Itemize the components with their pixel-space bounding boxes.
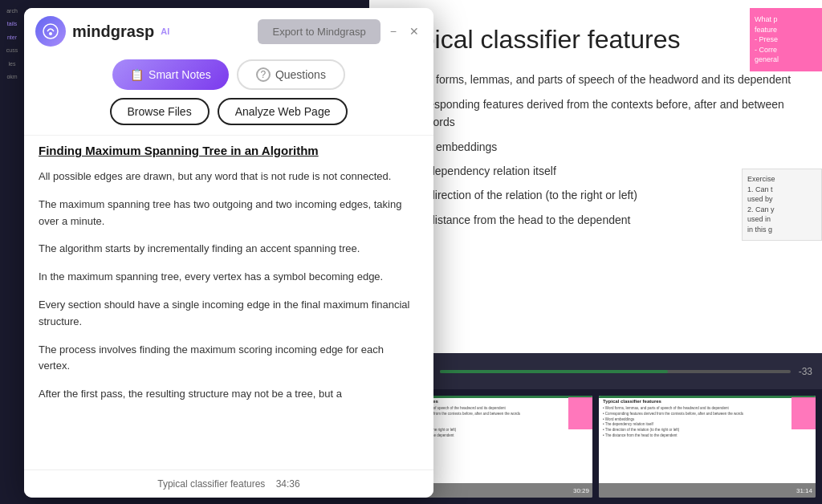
exercise-text: Exercise1. Can tused by2. Can yused inin… <box>747 174 816 235</box>
thumbnail-strip: Typical classifier features • Word forms… <box>369 389 822 504</box>
thumb-title-2: Typical classifier features <box>603 399 812 404</box>
ai-label: AI <box>161 26 169 36</box>
pink-note-text: What pfeature- Prese- Corregeneral <box>755 14 817 65</box>
para-5: The process involves finding the maximum… <box>39 342 417 376</box>
thumb-content-2: Typical classifier features • Word forms… <box>599 396 816 482</box>
para-2: The algorithm starts by incrementally fi… <box>39 241 417 258</box>
bullet-3: Word embeddings <box>393 138 798 156</box>
thumb-green-bar-2 <box>599 396 816 398</box>
para-0: All possible edges are drawn, but any wo… <box>39 169 417 185</box>
browse-files-button[interactable]: Browse Files <box>110 98 210 125</box>
export-button[interactable]: Export to Mindgrasp <box>258 19 380 44</box>
sidebar-item-nter[interactable]: nter <box>3 35 21 41</box>
mindgrasp-panel: mindgraspAI Export to Mindgrasp − ✕ 📋 Sm… <box>24 8 433 498</box>
bullet-4: The dependency relation itself <box>393 162 798 180</box>
panel-footer: Typical classifier features 34:36 <box>24 469 433 498</box>
para-4: Every section should have a single incom… <box>39 297 417 331</box>
para-1: The maximum spanning tree has two outgoi… <box>39 197 417 230</box>
tab-smart-notes[interactable]: 📋 Smart Notes <box>112 59 229 90</box>
video-player-controls[interactable]: ⏩ 32:19 -33 <box>369 353 822 389</box>
para-6: After the first pass, the resulting stru… <box>39 386 417 403</box>
smart-notes-icon: 📋 <box>130 68 144 81</box>
tab-row: 📋 Smart Notes ? Questions <box>24 55 433 98</box>
tab-questions[interactable]: ? Questions <box>237 59 345 90</box>
analyze-web-button[interactable]: Analyze Web Page <box>218 98 348 125</box>
action-row: Browse Files Analyze Web Page <box>24 98 433 135</box>
sidebar-item-tails[interactable]: tails <box>3 21 21 27</box>
thumb-bullets-2: • Word forms, lemmas, and parts of speec… <box>603 406 812 439</box>
thumb-time-2: 31:14 <box>599 483 816 498</box>
app-name: mindgrasp <box>72 22 154 41</box>
exercise-box: Exercise1. Can tused by2. Can yused inin… <box>742 169 822 241</box>
svg-point-0 <box>43 24 58 39</box>
minimize-button[interactable]: − <box>387 23 400 39</box>
left-sidebar: arch tails nter cuss les okm <box>0 0 24 504</box>
remaining-time: -33 <box>799 366 812 377</box>
close-button[interactable]: ✕ <box>406 23 422 39</box>
questions-label: Questions <box>275 68 326 81</box>
sidebar-item-les[interactable]: les <box>3 61 21 67</box>
pink-note-box: What pfeature- Prese- Corregeneral <box>750 8 822 71</box>
thumbnail-2[interactable]: Typical classifier features • Word forms… <box>599 396 816 498</box>
bullet-2: Corresponding features derived from the … <box>393 96 798 132</box>
thumb-pink-1 <box>568 397 592 429</box>
thumb-pink-2 <box>791 397 816 429</box>
svg-point-1 <box>49 32 52 35</box>
slide-title: Typical classifier features <box>393 24 798 55</box>
questions-icon: ? <box>256 67 271 82</box>
presentation-slide: Typical classifier features Word forms, … <box>369 0 822 353</box>
para-3: In the maximum spanning tree, every vert… <box>39 269 417 286</box>
footer-text: Typical classifier features <box>157 478 265 490</box>
bullet-5: The direction of the relation (to the ri… <box>393 186 798 204</box>
footer-time: 34:36 <box>276 478 300 490</box>
sidebar-item-arch[interactable]: arch <box>3 8 21 14</box>
sidebar-item-okm[interactable]: okm <box>3 74 21 80</box>
logo-area: mindgraspAI <box>35 16 169 47</box>
bullet-7: ... <box>393 235 798 253</box>
progress-fill <box>440 370 668 373</box>
slide-bullets: Word forms, lemmas, and parts of speech … <box>393 71 798 259</box>
bullet-6: The distance from the head to the depend… <box>393 211 798 229</box>
progress-bar[interactable] <box>440 370 791 373</box>
smart-notes-label: Smart Notes <box>149 68 211 81</box>
panel-content[interactable]: Finding Maximum Spanning Tree in an Algo… <box>24 135 433 469</box>
panel-titlebar: mindgraspAI Export to Mindgrasp − ✕ <box>24 8 433 55</box>
logo-icon <box>35 16 66 47</box>
sidebar-item-cuss[interactable]: cuss <box>3 47 21 54</box>
bullet-1: Word forms, lemmas, and parts of speech … <box>393 71 798 88</box>
content-heading: Finding Maximum Spanning Tree in an Algo… <box>39 144 417 157</box>
